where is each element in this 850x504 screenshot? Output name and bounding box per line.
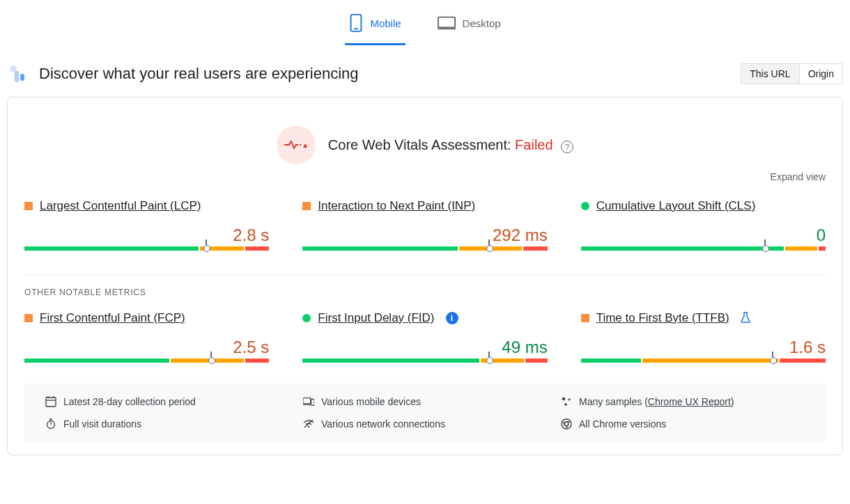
url-origin-toggle: This URL Origin <box>741 63 843 84</box>
calendar-icon <box>45 396 56 407</box>
help-icon[interactable]: ? <box>561 141 573 153</box>
metric-fcp-value: 2.5 s <box>24 338 269 357</box>
svg-rect-6 <box>46 397 56 407</box>
other-metrics-label: OTHER NOTABLE METRICS <box>24 288 826 297</box>
info-durations: Full visit durations <box>45 418 289 430</box>
status-icon-inp <box>302 202 311 210</box>
metric-ttfb: Time to First Byte (TTFB) 1.6 s <box>581 311 826 363</box>
svg-point-20 <box>308 426 310 428</box>
metric-cls-bar <box>581 246 826 251</box>
metric-inp-bar <box>302 246 547 251</box>
metric-ttfb-link[interactable]: Time to First Byte (TTFB) <box>596 311 729 325</box>
metric-cls-value: 0 <box>581 226 826 245</box>
svg-point-15 <box>564 403 567 406</box>
info-icon[interactable]: i <box>446 312 458 324</box>
tab-mobile[interactable]: Mobile <box>345 7 405 45</box>
header: Discover what your real users are experi… <box>0 45 850 97</box>
expand-view-link[interactable]: Expand view <box>24 171 826 182</box>
devices-icon <box>303 396 314 407</box>
assessment-status: Failed <box>515 137 552 152</box>
collection-info: Latest 28-day collection period Various … <box>24 384 826 442</box>
flask-icon <box>741 312 750 325</box>
status-icon-lcp <box>24 202 33 210</box>
crux-report-link[interactable]: Chrome UX Report <box>648 396 731 407</box>
metric-inp: Interaction to Next Paint (INP) 292 ms <box>302 199 547 251</box>
metric-inp-value: 292 ms <box>302 226 547 245</box>
status-icon-ttfb <box>581 314 589 322</box>
info-period: Latest 28-day collection period <box>45 396 289 407</box>
metric-cls-link[interactable]: Cumulative Layout Shift (CLS) <box>596 199 756 213</box>
assessment-header: Core Web Vitals Assessment: Failed ? <box>24 125 826 164</box>
status-icon-fid <box>302 314 311 322</box>
metric-fid-value: 49 ms <box>302 338 547 357</box>
tab-desktop[interactable]: Desktop <box>433 7 505 45</box>
info-connections: Various network connections <box>303 418 547 430</box>
divider <box>24 274 826 275</box>
metric-fid: First Input Delay (FID) i 49 ms <box>302 311 547 363</box>
page-title: Discover what your real users are experi… <box>39 65 359 83</box>
svg-point-14 <box>569 399 571 401</box>
info-samples: Many samples (Chrome UX Report) <box>561 396 805 407</box>
scatter-icon <box>561 396 572 407</box>
info-devices: Various mobile devices <box>303 396 547 407</box>
metric-inp-link[interactable]: Interaction to Next Paint (INP) <box>318 199 475 213</box>
svg-rect-10 <box>303 398 311 404</box>
toggle-this-url[interactable]: This URL <box>741 64 798 84</box>
pulse-icon <box>277 125 316 164</box>
stopwatch-icon <box>45 418 56 430</box>
mobile-icon <box>349 14 363 32</box>
metric-fcp-link[interactable]: First Contentful Paint (FCP) <box>40 311 185 325</box>
svg-point-13 <box>562 397 565 400</box>
metric-lcp-value: 2.8 s <box>24 226 269 245</box>
network-icon <box>303 418 314 430</box>
svg-rect-2 <box>438 17 455 28</box>
tab-mobile-label: Mobile <box>370 17 401 29</box>
core-metrics-row: Largest Contentful Paint (LCP) 2.8 s Int… <box>24 199 826 251</box>
device-tabs: Mobile Desktop <box>0 0 850 45</box>
metric-ttfb-value: 1.6 s <box>581 338 826 357</box>
crux-icon <box>7 64 26 84</box>
metric-fcp: First Contentful Paint (FCP) 2.5 s <box>24 311 269 363</box>
info-versions: All Chrome versions <box>561 418 805 430</box>
toggle-origin[interactable]: Origin <box>799 64 842 84</box>
status-icon-cls <box>581 202 589 210</box>
other-metrics-row: First Contentful Paint (FCP) 2.5 s First… <box>24 311 826 363</box>
assessment-label: Core Web Vitals Assessment: <box>328 137 515 152</box>
metric-ttfb-bar <box>581 359 826 363</box>
metric-lcp: Largest Contentful Paint (LCP) 2.8 s <box>24 199 269 251</box>
metric-fcp-bar <box>24 359 269 363</box>
desktop-icon <box>438 16 456 30</box>
metric-lcp-bar <box>24 246 269 251</box>
metric-lcp-link[interactable]: Largest Contentful Paint (LCP) <box>40 199 201 213</box>
chrome-icon <box>561 418 572 430</box>
svg-rect-12 <box>311 399 314 405</box>
metric-cls: Cumulative Layout Shift (CLS) 0 <box>581 199 826 251</box>
tab-desktop-label: Desktop <box>463 17 501 29</box>
metric-fid-link[interactable]: First Input Delay (FID) <box>318 311 434 325</box>
assessment-text: Core Web Vitals Assessment: Failed ? <box>328 137 573 153</box>
metric-fid-bar <box>302 359 547 363</box>
assessment-card: Core Web Vitals Assessment: Failed ? Exp… <box>7 97 843 455</box>
status-icon-fcp <box>24 314 33 322</box>
